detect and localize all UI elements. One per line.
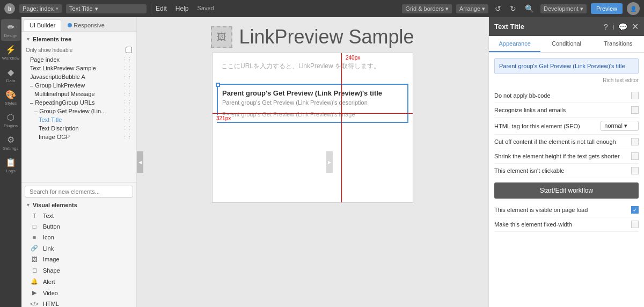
element-title-chevron: ▾ bbox=[95, 5, 98, 12]
search-button[interactable]: 🔍 bbox=[523, 3, 536, 14]
fixed-width-checkbox[interactable] bbox=[631, 221, 639, 228]
tree-header-label: Elements tree bbox=[33, 36, 71, 42]
close-icon[interactable]: ✕ bbox=[632, 21, 639, 32]
canvas-scroll-left-icon[interactable]: ◀ bbox=[137, 151, 143, 173]
url-input-area: ここにURLを入力すると、LinkPreview を取得します。 bbox=[213, 53, 413, 79]
page-selector-chevron: ▾ bbox=[56, 6, 58, 11]
shape-icon: ◻ bbox=[30, 267, 39, 274]
url-placeholder-text: ここにURLを入力すると、LinkPreview を取得します。 bbox=[221, 62, 380, 70]
ve-item-button[interactable]: □ Button bbox=[21, 221, 136, 232]
element-title-selector[interactable]: Text Title ▾ bbox=[66, 4, 147, 13]
tree-item-label: – RepeatingGroup URLs bbox=[30, 99, 94, 106]
checkbox-row-bbcode: Do not apply bb-code bbox=[494, 89, 639, 103]
ve-item-html[interactable]: </> HTML bbox=[21, 298, 136, 307]
ve-item-shape[interactable]: ◻ Shape bbox=[21, 265, 136, 276]
topbar: b Page: index ▾ Text Title ▾ Edit Help S… bbox=[0, 0, 644, 17]
sidebar-item-settings[interactable]: ⚙ Settings bbox=[1, 132, 20, 154]
preview-button[interactable]: Preview bbox=[591, 3, 623, 14]
tree-item-image-ogp[interactable]: Image OGP ⋮⋮ bbox=[21, 133, 136, 141]
canvas-content: 🖼 LinkPreview Sample 240px 321px ここにURLを… bbox=[137, 17, 488, 307]
arrange-button[interactable]: Arrange ▾ bbox=[456, 4, 488, 13]
tree-collapse-icon[interactable]: ▼ bbox=[26, 36, 31, 42]
chat-icon[interactable]: 💬 bbox=[618, 23, 627, 31]
right-panel-content: Parent group's Get Preview (Link Preview… bbox=[489, 53, 644, 307]
question-icon[interactable]: ? bbox=[604, 23, 608, 31]
sidebar-item-data[interactable]: ◆ Data bbox=[1, 64, 20, 86]
show-hideable-checkbox[interactable] bbox=[126, 47, 132, 53]
links-label: Recognize links and emails bbox=[494, 107, 566, 113]
search-elements-input[interactable] bbox=[25, 186, 133, 198]
ve-collapse-icon[interactable]: ▼ bbox=[26, 202, 31, 208]
workflow-icon: ⚡ bbox=[5, 45, 16, 55]
clickable-checkbox[interactable] bbox=[631, 167, 639, 174]
drag-handle-icon: ⋮⋮ bbox=[122, 74, 132, 79]
ve-item-text[interactable]: T Text bbox=[21, 210, 136, 221]
redo-button[interactable]: ↻ bbox=[508, 3, 518, 14]
tree-item-repeatinggroup[interactable]: – RepeatingGroup URLs ⋮⋮ bbox=[21, 98, 136, 107]
undo-button[interactable]: ↺ bbox=[493, 3, 503, 14]
tree-item-group-get-preview[interactable]: – Group Get Preview (Lin... ⋮⋮ bbox=[21, 107, 136, 115]
ve-item-label: Alert bbox=[43, 279, 55, 285]
search-elements-section bbox=[21, 182, 136, 200]
tree-item-group-linkpreview[interactable]: – Group LinkPreview ⋮⋮ bbox=[21, 81, 136, 90]
tree-item-text-title[interactable]: Text Title ⋮⋮ bbox=[21, 115, 136, 124]
responsive-label: Responsive bbox=[74, 22, 104, 28]
tab-ui-builder[interactable]: UI Builder bbox=[24, 19, 61, 31]
sidebar-item-plugins[interactable]: ⬡ Plugins bbox=[1, 109, 20, 131]
left-panel-tabs: UI Builder Responsive bbox=[21, 17, 136, 32]
grid-borders-button[interactable]: Grid & borders ▾ bbox=[402, 4, 452, 13]
tree-item-text-discription[interactable]: Text Discription ⋮⋮ bbox=[21, 124, 136, 133]
design-icon: ✏ bbox=[8, 22, 14, 32]
tab-appearance[interactable]: Appearance bbox=[489, 36, 540, 52]
tree-item-javascripttobubble[interactable]: JavascripttoBubble A ⋮⋮ bbox=[21, 72, 136, 81]
info-icon[interactable]: i bbox=[612, 23, 614, 31]
guideline-vertical bbox=[341, 53, 342, 202]
tree-item-label: Text Discription bbox=[39, 125, 79, 131]
visible-on-load-row: This element is visible on page load ✓ bbox=[494, 203, 639, 217]
plugins-icon: ⬡ bbox=[7, 112, 14, 122]
shrink-checkbox[interactable] bbox=[631, 152, 639, 160]
expression-value-box[interactable]: Parent group's Get Preview (Link Preview… bbox=[494, 58, 639, 74]
links-checkbox[interactable] bbox=[631, 106, 639, 114]
button-icon: □ bbox=[30, 223, 39, 230]
ve-item-alert[interactable]: 🔔 Alert bbox=[21, 276, 136, 287]
visible-checkbox[interactable]: ✓ bbox=[631, 206, 639, 214]
drag-handle-icon: ⋮⋮ bbox=[122, 100, 132, 105]
avatar[interactable]: 👤 bbox=[627, 2, 640, 15]
ve-item-image[interactable]: 🖼 Image bbox=[21, 254, 136, 265]
page-header: 🖼 LinkPreview Sample bbox=[137, 17, 488, 53]
page-selector[interactable]: Page: index ▾ bbox=[19, 4, 62, 13]
tree-item-multilineinput[interactable]: MultilineInput Message ⋮⋮ bbox=[21, 90, 136, 98]
canvas-scroll-right-icon[interactable]: ▶ bbox=[326, 151, 333, 173]
canvas-area[interactable]: ◀ 🖼 LinkPreview Sample 240px 321px ここにUR… bbox=[137, 17, 488, 307]
tab-responsive[interactable]: Responsive bbox=[62, 19, 109, 31]
ve-item-icon[interactable]: ≡ Icon bbox=[21, 232, 136, 243]
icon-sidebar: ✏ Design ⚡ Workflow ◆ Data 🎨 Styles ⬡ Pl… bbox=[0, 17, 21, 307]
plugins-label: Plugins bbox=[4, 123, 18, 128]
link-preview-box[interactable]: Parent group's Get Preview (Link Preview… bbox=[217, 84, 408, 123]
styles-label: Styles bbox=[5, 101, 17, 106]
bbcode-checkbox[interactable] bbox=[631, 92, 639, 99]
sidebar-item-workflow[interactable]: ⚡ Workflow bbox=[1, 42, 20, 63]
sidebar-item-logs[interactable]: 📋 Logs bbox=[1, 155, 20, 176]
left-panel: UI Builder Responsive ▼ Elements tree On… bbox=[21, 17, 137, 307]
canvas-frame[interactable]: 240px 321px ここにURLを入力すると、LinkPreview を取得… bbox=[212, 53, 413, 203]
workflow-button[interactable]: Start/Edit workflow bbox=[494, 182, 639, 199]
menu-edit[interactable]: Edit bbox=[156, 5, 167, 12]
cutoff-checkbox[interactable] bbox=[631, 138, 639, 145]
sidebar-item-design[interactable]: ✏ Design bbox=[1, 19, 20, 41]
development-button[interactable]: Development ▾ bbox=[540, 4, 587, 13]
tree-item-linkpreview-sample[interactable]: Text LinkPreview Sample ⋮⋮ bbox=[21, 64, 136, 72]
html-tag-select[interactable]: normal ▾ bbox=[601, 121, 639, 131]
alert-icon: 🔔 bbox=[30, 278, 39, 285]
tree-item-page-index[interactable]: Page index ⋮⋮ bbox=[21, 55, 136, 64]
menu-help[interactable]: Help bbox=[175, 5, 189, 12]
sidebar-item-styles[interactable]: 🎨 Styles bbox=[1, 87, 20, 108]
ve-item-link[interactable]: 🔗 Link bbox=[21, 243, 136, 254]
dev-chevron-icon: ▾ bbox=[580, 5, 583, 12]
cutoff-label: Cut off content if the element is not ta… bbox=[494, 138, 616, 145]
html-tag-value: normal bbox=[604, 122, 623, 129]
tab-transitions[interactable]: Transitions bbox=[592, 36, 644, 52]
tab-conditional[interactable]: Conditional bbox=[540, 36, 592, 52]
ve-item-video[interactable]: ▶ Video bbox=[21, 287, 136, 298]
